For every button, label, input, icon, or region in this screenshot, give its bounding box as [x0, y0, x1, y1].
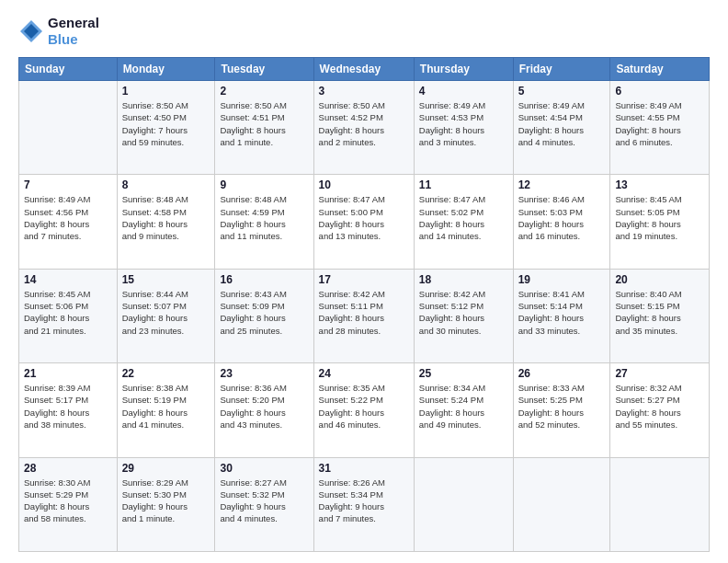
day-info: Sunrise: 8:45 AM Sunset: 5:05 PM Dayligh…	[615, 193, 704, 242]
day-number: 1	[122, 85, 210, 98]
calendar-week-3: 14Sunrise: 8:45 AM Sunset: 5:06 PM Dayli…	[19, 269, 710, 362]
day-number: 7	[24, 178, 112, 191]
header-day-saturday: Saturday	[610, 58, 710, 81]
day-info: Sunrise: 8:44 AM Sunset: 5:07 PM Dayligh…	[122, 288, 210, 337]
calendar-week-4: 21Sunrise: 8:39 AM Sunset: 5:17 PM Dayli…	[19, 363, 710, 457]
calendar-cell: 15Sunrise: 8:44 AM Sunset: 5:07 PM Dayli…	[117, 269, 215, 362]
day-number: 10	[319, 178, 409, 191]
calendar-cell: 5Sunrise: 8:49 AM Sunset: 4:54 PM Daylig…	[513, 81, 610, 175]
calendar-cell: 6Sunrise: 8:49 AM Sunset: 4:55 PM Daylig…	[610, 81, 710, 175]
day-number: 18	[419, 273, 508, 286]
day-info: Sunrise: 8:26 AM Sunset: 5:34 PM Dayligh…	[319, 477, 409, 525]
header-day-sunday: Sunday	[19, 58, 118, 81]
day-info: Sunrise: 8:49 AM Sunset: 4:56 PM Dayligh…	[24, 193, 112, 242]
calendar-cell: 3Sunrise: 8:50 AM Sunset: 4:52 PM Daylig…	[313, 81, 414, 175]
calendar-cell: 24Sunrise: 8:35 AM Sunset: 5:22 PM Dayli…	[313, 363, 414, 457]
day-info: Sunrise: 8:41 AM Sunset: 5:14 PM Dayligh…	[518, 288, 606, 337]
day-number: 31	[319, 462, 409, 475]
day-info: Sunrise: 8:47 AM Sunset: 5:02 PM Dayligh…	[419, 193, 508, 242]
day-number: 20	[615, 273, 704, 286]
day-info: Sunrise: 8:42 AM Sunset: 5:12 PM Dayligh…	[419, 288, 508, 337]
logo: General Blue	[18, 15, 99, 48]
calendar-cell: 8Sunrise: 8:48 AM Sunset: 4:58 PM Daylig…	[117, 175, 215, 269]
logo-icon	[18, 18, 44, 44]
day-number: 4	[419, 85, 508, 98]
calendar-cell: 17Sunrise: 8:42 AM Sunset: 5:11 PM Dayli…	[313, 269, 414, 362]
header-day-tuesday: Tuesday	[215, 58, 313, 81]
day-number: 19	[518, 273, 606, 286]
header-day-thursday: Thursday	[414, 58, 513, 81]
day-number: 22	[122, 367, 210, 380]
day-info: Sunrise: 8:33 AM Sunset: 5:25 PM Dayligh…	[518, 382, 606, 431]
day-number: 24	[319, 367, 409, 380]
day-number: 9	[220, 178, 308, 191]
calendar-cell: 30Sunrise: 8:27 AM Sunset: 5:32 PM Dayli…	[215, 457, 313, 551]
header-day-monday: Monday	[117, 58, 215, 81]
day-number: 26	[518, 367, 606, 380]
day-info: Sunrise: 8:50 AM Sunset: 4:51 PM Dayligh…	[220, 99, 308, 148]
calendar-cell: 11Sunrise: 8:47 AM Sunset: 5:02 PM Dayli…	[414, 175, 513, 269]
day-info: Sunrise: 8:39 AM Sunset: 5:17 PM Dayligh…	[24, 382, 112, 431]
day-info: Sunrise: 8:45 AM Sunset: 5:06 PM Dayligh…	[24, 288, 112, 337]
calendar-cell: 25Sunrise: 8:34 AM Sunset: 5:24 PM Dayli…	[414, 363, 513, 457]
calendar-cell: 26Sunrise: 8:33 AM Sunset: 5:25 PM Dayli…	[513, 363, 610, 457]
day-number: 3	[319, 85, 409, 98]
calendar-cell: 12Sunrise: 8:46 AM Sunset: 5:03 PM Dayli…	[513, 175, 610, 269]
day-number: 27	[615, 367, 704, 380]
calendar-cell: 4Sunrise: 8:49 AM Sunset: 4:53 PM Daylig…	[414, 81, 513, 175]
calendar-cell: 21Sunrise: 8:39 AM Sunset: 5:17 PM Dayli…	[19, 363, 118, 457]
day-info: Sunrise: 8:50 AM Sunset: 4:52 PM Dayligh…	[319, 99, 409, 148]
calendar-table: SundayMondayTuesdayWednesdayThursdayFrid…	[18, 57, 710, 552]
calendar-cell: 19Sunrise: 8:41 AM Sunset: 5:14 PM Dayli…	[513, 269, 610, 362]
day-number: 14	[24, 273, 112, 286]
day-info: Sunrise: 8:34 AM Sunset: 5:24 PM Dayligh…	[419, 382, 508, 431]
calendar-week-2: 7Sunrise: 8:49 AM Sunset: 4:56 PM Daylig…	[19, 175, 710, 269]
calendar-cell: 28Sunrise: 8:30 AM Sunset: 5:29 PM Dayli…	[19, 457, 118, 551]
calendar-cell: 2Sunrise: 8:50 AM Sunset: 4:51 PM Daylig…	[215, 81, 313, 175]
day-info: Sunrise: 8:47 AM Sunset: 5:00 PM Dayligh…	[319, 193, 409, 242]
day-number: 30	[220, 462, 308, 475]
header-day-friday: Friday	[513, 58, 610, 81]
calendar-cell: 27Sunrise: 8:32 AM Sunset: 5:27 PM Dayli…	[610, 363, 710, 457]
calendar-cell: 31Sunrise: 8:26 AM Sunset: 5:34 PM Dayli…	[313, 457, 414, 551]
day-number: 21	[24, 367, 112, 380]
header: General Blue	[18, 15, 710, 48]
logo-text: General Blue	[48, 15, 99, 48]
calendar-cell	[19, 81, 118, 175]
calendar-cell: 20Sunrise: 8:40 AM Sunset: 5:15 PM Dayli…	[610, 269, 710, 362]
day-info: Sunrise: 8:30 AM Sunset: 5:29 PM Dayligh…	[24, 477, 112, 525]
calendar-cell: 1Sunrise: 8:50 AM Sunset: 4:50 PM Daylig…	[117, 81, 215, 175]
day-number: 2	[220, 85, 308, 98]
day-info: Sunrise: 8:29 AM Sunset: 5:30 PM Dayligh…	[122, 477, 210, 525]
calendar-cell: 29Sunrise: 8:29 AM Sunset: 5:30 PM Dayli…	[117, 457, 215, 551]
calendar-cell: 7Sunrise: 8:49 AM Sunset: 4:56 PM Daylig…	[19, 175, 118, 269]
day-number: 28	[24, 462, 112, 475]
header-day-wednesday: Wednesday	[313, 58, 414, 81]
calendar-cell: 16Sunrise: 8:43 AM Sunset: 5:09 PM Dayli…	[215, 269, 313, 362]
day-info: Sunrise: 8:49 AM Sunset: 4:53 PM Dayligh…	[419, 99, 508, 148]
day-info: Sunrise: 8:35 AM Sunset: 5:22 PM Dayligh…	[319, 382, 409, 431]
day-number: 13	[615, 178, 704, 191]
calendar-cell: 14Sunrise: 8:45 AM Sunset: 5:06 PM Dayli…	[19, 269, 118, 362]
calendar-body: 1Sunrise: 8:50 AM Sunset: 4:50 PM Daylig…	[19, 81, 710, 552]
day-info: Sunrise: 8:40 AM Sunset: 5:15 PM Dayligh…	[615, 288, 704, 337]
calendar-cell: 23Sunrise: 8:36 AM Sunset: 5:20 PM Dayli…	[215, 363, 313, 457]
day-number: 12	[518, 178, 606, 191]
calendar-cell: 9Sunrise: 8:48 AM Sunset: 4:59 PM Daylig…	[215, 175, 313, 269]
day-info: Sunrise: 8:42 AM Sunset: 5:11 PM Dayligh…	[319, 288, 409, 337]
calendar-cell: 22Sunrise: 8:38 AM Sunset: 5:19 PM Dayli…	[117, 363, 215, 457]
day-number: 8	[122, 178, 210, 191]
day-number: 17	[319, 273, 409, 286]
day-number: 23	[220, 367, 308, 380]
calendar-cell: 13Sunrise: 8:45 AM Sunset: 5:05 PM Dayli…	[610, 175, 710, 269]
day-number: 25	[419, 367, 508, 380]
day-info: Sunrise: 8:50 AM Sunset: 4:50 PM Dayligh…	[122, 99, 210, 148]
calendar-week-1: 1Sunrise: 8:50 AM Sunset: 4:50 PM Daylig…	[19, 81, 710, 175]
day-number: 5	[518, 85, 606, 98]
page: General Blue SundayMondayTuesdayWednesda…	[0, 0, 728, 563]
calendar-week-5: 28Sunrise: 8:30 AM Sunset: 5:29 PM Dayli…	[19, 457, 710, 551]
day-info: Sunrise: 8:48 AM Sunset: 4:59 PM Dayligh…	[220, 193, 308, 242]
calendar-cell	[610, 457, 710, 551]
day-info: Sunrise: 8:48 AM Sunset: 4:58 PM Dayligh…	[122, 193, 210, 242]
day-info: Sunrise: 8:38 AM Sunset: 5:19 PM Dayligh…	[122, 382, 210, 431]
